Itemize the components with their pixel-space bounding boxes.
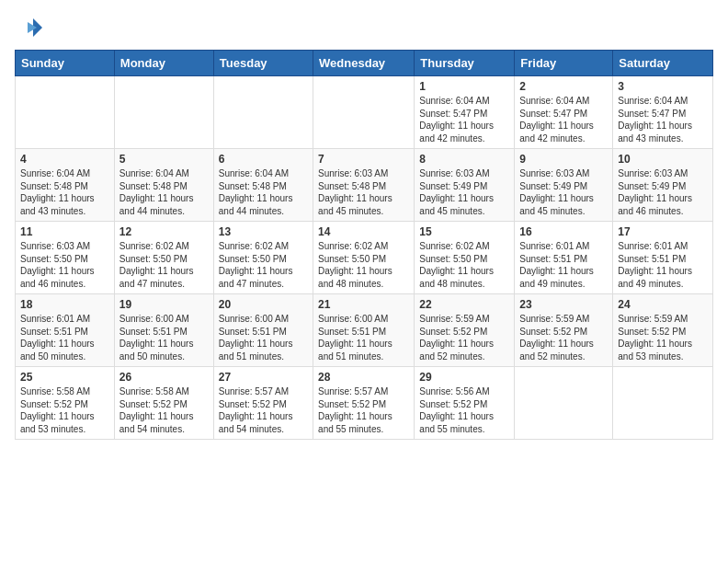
calendar-cell: 19Sunrise: 6:00 AM Sunset: 5:51 PM Dayli… <box>114 294 213 367</box>
logo-icon <box>15 15 42 42</box>
day-number: 2 <box>519 80 608 93</box>
day-info: Sunrise: 5:59 AM Sunset: 5:52 PM Dayligh… <box>519 313 608 362</box>
day-number: 28 <box>318 371 409 384</box>
calendar-cell: 5Sunrise: 6:04 AM Sunset: 5:48 PM Daylig… <box>114 149 213 222</box>
day-info: Sunrise: 5:59 AM Sunset: 5:52 PM Dayligh… <box>419 313 509 362</box>
day-number: 17 <box>618 225 708 238</box>
calendar-cell: 21Sunrise: 6:00 AM Sunset: 5:51 PM Dayli… <box>313 294 415 367</box>
day-info: Sunrise: 6:00 AM Sunset: 5:51 PM Dayligh… <box>219 313 308 362</box>
calendar-cell <box>515 367 613 440</box>
calendar-cell <box>114 76 213 149</box>
calendar-cell <box>213 76 313 149</box>
header-sunday: Sunday <box>16 51 115 76</box>
day-info: Sunrise: 6:00 AM Sunset: 5:51 PM Dayligh… <box>318 313 409 362</box>
calendar-cell: 15Sunrise: 6:02 AM Sunset: 5:50 PM Dayli… <box>415 222 515 294</box>
calendar-week-2: 11Sunrise: 6:03 AM Sunset: 5:50 PM Dayli… <box>16 222 713 294</box>
calendar-cell: 22Sunrise: 5:59 AM Sunset: 5:52 PM Dayli… <box>415 294 515 367</box>
calendar-cell: 3Sunrise: 6:04 AM Sunset: 5:47 PM Daylig… <box>613 76 713 149</box>
day-number: 10 <box>618 153 708 166</box>
calendar-cell: 26Sunrise: 5:58 AM Sunset: 5:52 PM Dayli… <box>114 367 213 440</box>
calendar-cell <box>313 76 415 149</box>
day-number: 18 <box>20 298 109 311</box>
header-wednesday: Wednesday <box>313 51 415 76</box>
header-monday: Monday <box>114 51 213 76</box>
calendar-cell: 2Sunrise: 6:04 AM Sunset: 5:47 PM Daylig… <box>515 76 613 149</box>
calendar-cell: 11Sunrise: 6:03 AM Sunset: 5:50 PM Dayli… <box>16 222 115 294</box>
calendar-cell: 1Sunrise: 6:04 AM Sunset: 5:47 PM Daylig… <box>415 76 515 149</box>
calendar-header-row: SundayMondayTuesdayWednesdayThursdayFrid… <box>16 51 713 76</box>
day-number: 27 <box>219 371 308 384</box>
day-number: 29 <box>419 371 509 384</box>
day-info: Sunrise: 6:04 AM Sunset: 5:47 PM Dayligh… <box>519 95 608 144</box>
day-info: Sunrise: 5:57 AM Sunset: 5:52 PM Dayligh… <box>318 385 409 435</box>
day-number: 1 <box>419 80 509 93</box>
day-number: 22 <box>419 298 509 311</box>
day-number: 25 <box>20 371 109 384</box>
day-number: 3 <box>618 80 708 93</box>
day-number: 14 <box>318 225 409 238</box>
calendar-cell: 6Sunrise: 6:04 AM Sunset: 5:48 PM Daylig… <box>213 149 313 222</box>
day-info: Sunrise: 6:03 AM Sunset: 5:49 PM Dayligh… <box>618 167 708 217</box>
calendar-cell: 8Sunrise: 6:03 AM Sunset: 5:49 PM Daylig… <box>415 149 515 222</box>
day-number: 9 <box>519 153 608 166</box>
day-info: Sunrise: 6:02 AM Sunset: 5:50 PM Dayligh… <box>119 240 209 290</box>
logo <box>15 15 46 42</box>
day-number: 12 <box>119 225 209 238</box>
calendar-cell: 9Sunrise: 6:03 AM Sunset: 5:49 PM Daylig… <box>515 149 613 222</box>
day-number: 11 <box>20 225 109 238</box>
day-info: Sunrise: 6:01 AM Sunset: 5:51 PM Dayligh… <box>519 240 608 290</box>
day-number: 20 <box>219 298 308 311</box>
day-info: Sunrise: 6:04 AM Sunset: 5:47 PM Dayligh… <box>618 95 708 144</box>
day-info: Sunrise: 5:56 AM Sunset: 5:52 PM Dayligh… <box>419 385 509 435</box>
day-number: 15 <box>419 225 509 238</box>
day-number: 26 <box>119 371 209 384</box>
day-info: Sunrise: 6:01 AM Sunset: 5:51 PM Dayligh… <box>20 313 109 362</box>
day-number: 24 <box>618 298 708 311</box>
day-number: 21 <box>318 298 409 311</box>
day-number: 16 <box>519 225 608 238</box>
calendar-cell: 12Sunrise: 6:02 AM Sunset: 5:50 PM Dayli… <box>114 222 213 294</box>
day-info: Sunrise: 5:57 AM Sunset: 5:52 PM Dayligh… <box>219 385 308 435</box>
header-friday: Friday <box>515 51 613 76</box>
day-number: 4 <box>20 153 109 166</box>
day-number: 7 <box>318 153 409 166</box>
day-info: Sunrise: 6:04 AM Sunset: 5:48 PM Dayligh… <box>20 167 109 217</box>
day-info: Sunrise: 5:58 AM Sunset: 5:52 PM Dayligh… <box>119 385 209 435</box>
day-info: Sunrise: 5:59 AM Sunset: 5:52 PM Dayligh… <box>618 313 708 362</box>
header-saturday: Saturday <box>613 51 713 76</box>
day-info: Sunrise: 6:03 AM Sunset: 5:48 PM Dayligh… <box>318 167 409 217</box>
day-info: Sunrise: 6:04 AM Sunset: 5:48 PM Dayligh… <box>219 167 308 217</box>
calendar-cell: 23Sunrise: 5:59 AM Sunset: 5:52 PM Dayli… <box>515 294 613 367</box>
day-number: 19 <box>119 298 209 311</box>
day-number: 23 <box>519 298 608 311</box>
day-number: 5 <box>119 153 209 166</box>
day-info: Sunrise: 5:58 AM Sunset: 5:52 PM Dayligh… <box>20 385 109 435</box>
calendar-cell: 10Sunrise: 6:03 AM Sunset: 5:49 PM Dayli… <box>613 149 713 222</box>
calendar-week-4: 25Sunrise: 5:58 AM Sunset: 5:52 PM Dayli… <box>16 367 713 440</box>
calendar-week-0: 1Sunrise: 6:04 AM Sunset: 5:47 PM Daylig… <box>16 76 713 149</box>
calendar-cell: 14Sunrise: 6:02 AM Sunset: 5:50 PM Dayli… <box>313 222 415 294</box>
calendar-cell: 25Sunrise: 5:58 AM Sunset: 5:52 PM Dayli… <box>16 367 115 440</box>
day-info: Sunrise: 6:02 AM Sunset: 5:50 PM Dayligh… <box>419 240 509 290</box>
day-number: 8 <box>419 153 509 166</box>
calendar-cell: 27Sunrise: 5:57 AM Sunset: 5:52 PM Dayli… <box>213 367 313 440</box>
day-info: Sunrise: 6:04 AM Sunset: 5:48 PM Dayligh… <box>119 167 209 217</box>
day-info: Sunrise: 6:01 AM Sunset: 5:51 PM Dayligh… <box>618 240 708 290</box>
day-info: Sunrise: 6:02 AM Sunset: 5:50 PM Dayligh… <box>219 240 308 290</box>
calendar-cell <box>613 367 713 440</box>
day-number: 6 <box>219 153 308 166</box>
header-thursday: Thursday <box>415 51 515 76</box>
calendar-cell: 17Sunrise: 6:01 AM Sunset: 5:51 PM Dayli… <box>613 222 713 294</box>
day-number: 13 <box>219 225 308 238</box>
day-info: Sunrise: 6:04 AM Sunset: 5:47 PM Dayligh… <box>419 95 509 144</box>
calendar-cell: 20Sunrise: 6:00 AM Sunset: 5:51 PM Dayli… <box>213 294 313 367</box>
day-info: Sunrise: 6:03 AM Sunset: 5:49 PM Dayligh… <box>519 167 608 217</box>
header <box>15 15 713 42</box>
calendar-week-3: 18Sunrise: 6:01 AM Sunset: 5:51 PM Dayli… <box>16 294 713 367</box>
calendar: SundayMondayTuesdayWednesdayThursdayFrid… <box>15 50 713 440</box>
calendar-cell: 29Sunrise: 5:56 AM Sunset: 5:52 PM Dayli… <box>415 367 515 440</box>
calendar-cell: 13Sunrise: 6:02 AM Sunset: 5:50 PM Dayli… <box>213 222 313 294</box>
calendar-cell: 18Sunrise: 6:01 AM Sunset: 5:51 PM Dayli… <box>16 294 115 367</box>
calendar-cell: 28Sunrise: 5:57 AM Sunset: 5:52 PM Dayli… <box>313 367 415 440</box>
calendar-cell <box>16 76 115 149</box>
